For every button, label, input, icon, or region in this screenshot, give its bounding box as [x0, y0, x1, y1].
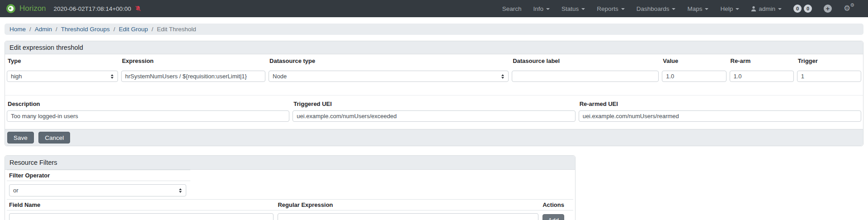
nav-item-dashboards-label: Dashboards	[637, 5, 670, 12]
outages-badge[interactable]: 0	[804, 5, 812, 13]
datasource-type-select[interactable]: Node	[269, 71, 509, 82]
datasource-label-label: Datasource label	[513, 58, 658, 64]
rearmed-uei-input[interactable]	[579, 110, 861, 122]
type-select[interactable]: high	[7, 71, 118, 82]
threshold-form-row-1: Type high Expression Datasource type Nod…	[7, 58, 861, 87]
nav-item-search-label: Search	[502, 5, 522, 12]
add-button[interactable]: Add	[542, 214, 564, 220]
nav-item-admin[interactable]: admin	[751, 5, 782, 12]
actions-header: Actions	[542, 201, 571, 208]
panel-resource-filters: Resource Filters Filter Operator or Fiel…	[5, 155, 576, 220]
regular-expression-input[interactable]	[278, 213, 538, 220]
breadcrumb-current: Edit Threshold	[157, 26, 196, 33]
select-arrows-icon	[179, 188, 182, 193]
threshold-form-row-2: Description Triggered UEI Re-armed UEI	[7, 101, 861, 127]
nav-item-info[interactable]: Info	[533, 5, 550, 12]
rearm-label: Re-arm	[731, 58, 793, 64]
rearm-field: Re-arm	[730, 58, 794, 82]
actions-cell: Add	[542, 213, 571, 220]
datasource-label-field: Datasource label	[512, 58, 659, 82]
navbar-timestamp: 2020-06-02T17:08:14+00:00	[54, 5, 132, 12]
breadcrumb-link-edit-group[interactable]: Edit Group	[119, 26, 148, 33]
datasource-label-input[interactable]	[512, 71, 659, 82]
top-navbar: Horizon 2020-06-02T17:08:14+00:00 Search…	[0, 0, 868, 17]
nav-item-status-label: Status	[561, 5, 579, 12]
brand-title[interactable]: Horizon	[19, 4, 46, 13]
triggered-uei-field: Triggered UEI	[292, 101, 575, 122]
type-field: Type high	[7, 58, 118, 82]
triggered-uei-input[interactable]	[292, 110, 575, 122]
resource-filters-title: Resource Filters	[5, 156, 575, 170]
save-button[interactable]: Save	[7, 132, 34, 143]
notification-badges: 0 0	[793, 5, 812, 13]
datasource-type-field: Datasource type Node	[269, 58, 509, 82]
chevron-down-icon	[546, 8, 550, 10]
filter-operator-table: Filter Operator or	[7, 170, 190, 199]
breadcrumb-separator: /	[151, 26, 153, 33]
cancel-button[interactable]: Cancel	[38, 132, 70, 143]
breadcrumb-link-home[interactable]: Home	[9, 26, 26, 33]
nav-item-help[interactable]: Help	[720, 5, 739, 12]
field-name-input[interactable]	[9, 213, 274, 220]
value-field: Value	[662, 58, 726, 82]
nav-item-dashboards[interactable]: Dashboards	[637, 5, 676, 12]
expression-field: Expression	[121, 58, 265, 82]
nav-item-maps-label: Maps	[687, 5, 702, 12]
filters-table-row: Add	[7, 210, 573, 220]
breadcrumb-separator: /	[29, 26, 31, 33]
regular-expression-cell	[278, 213, 538, 220]
gears-icon[interactable]	[844, 4, 854, 13]
chevron-down-icon	[581, 8, 585, 10]
page: Horizon 2020-06-02T17:08:14+00:00 Search…	[0, 0, 868, 220]
breadcrumb-link-threshold-groups[interactable]: Threshold Groups	[61, 26, 110, 33]
nav-item-status[interactable]: Status	[561, 5, 585, 12]
field-name-cell	[9, 213, 274, 220]
nav-item-reports[interactable]: Reports	[597, 5, 624, 12]
field-name-header: Field Name	[9, 201, 274, 208]
filter-operator-row: or	[7, 181, 190, 199]
form-actions: Save Cancel	[5, 129, 863, 146]
select-arrows-icon	[111, 74, 113, 79]
rearm-input[interactable]	[730, 71, 794, 82]
chevron-down-icon	[705, 8, 708, 10]
nav-item-help-label: Help	[720, 5, 733, 12]
filter-operator-header: Filter Operator	[7, 170, 190, 181]
filter-operator-label: Filter Operator	[9, 172, 50, 179]
expression-label: Expression	[122, 58, 264, 64]
nav-item-search[interactable]: Search	[502, 5, 522, 12]
chevron-down-icon	[778, 8, 782, 10]
nav-item-info-label: Info	[533, 5, 544, 12]
chevron-down-icon	[736, 8, 739, 10]
opennms-logo-icon[interactable]	[6, 4, 15, 13]
rearmed-uei-field: Re-armed UEI	[579, 101, 861, 122]
breadcrumb-link-admin[interactable]: Admin	[35, 26, 52, 33]
trigger-input[interactable]	[797, 71, 861, 82]
nav-item-maps[interactable]: Maps	[687, 5, 708, 12]
navbar-menu: Search Info Status Reports Dashboards Ma…	[502, 4, 854, 13]
datasource-type-select-value: Node	[273, 73, 287, 80]
resource-filters-body: Filter Operator or Field Name Regular Ex…	[5, 170, 575, 220]
nav-item-reports-label: Reports	[597, 5, 618, 12]
value-input[interactable]	[662, 71, 726, 82]
type-label: Type	[8, 58, 117, 64]
rearmed-uei-label: Re-armed UEI	[580, 101, 860, 107]
expression-input[interactable]	[121, 71, 265, 82]
threshold-form-body: Type high Expression Datasource type Nod…	[5, 54, 863, 129]
notices-badge[interactable]: 0	[793, 5, 802, 13]
notices-off-icon[interactable]	[135, 5, 142, 12]
triggered-uei-label: Triggered UEI	[293, 101, 574, 107]
filter-operator-value: or	[13, 187, 19, 194]
quick-add-icon[interactable]	[824, 5, 832, 13]
breadcrumb-separator: /	[113, 26, 115, 33]
breadcrumb-separator: /	[56, 26, 57, 33]
trigger-field: Trigger	[797, 58, 861, 82]
description-field: Description	[7, 101, 289, 122]
trigger-label: Trigger	[798, 58, 860, 64]
user-icon	[751, 6, 756, 12]
filters-table-header: Field Name Regular Expression Actions	[7, 199, 573, 210]
description-input[interactable]	[7, 110, 289, 122]
filter-operator-select[interactable]: or	[9, 184, 186, 196]
select-arrows-icon	[501, 74, 504, 79]
nav-item-admin-label: admin	[759, 5, 775, 12]
type-select-value: high	[11, 73, 22, 80]
